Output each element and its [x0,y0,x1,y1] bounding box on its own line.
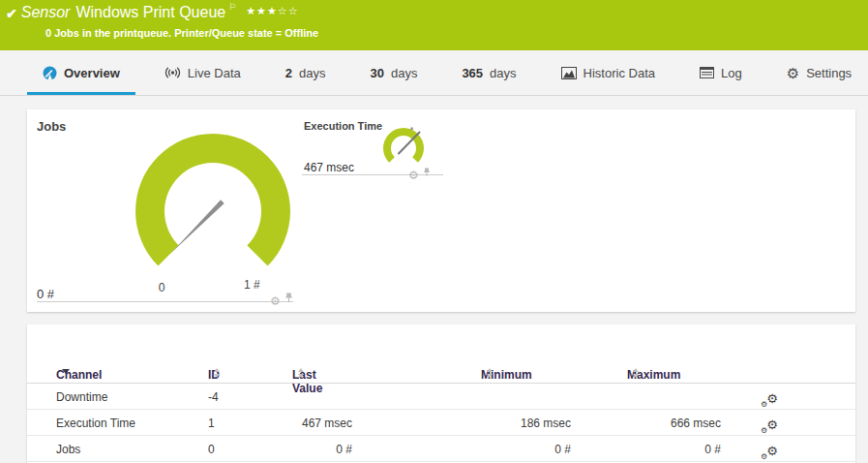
channel-last-value: 0 # [221,443,352,456]
tab-label: days [299,66,325,80]
gauge-settings-gear-icon[interactable]: ⚙ [408,170,419,181]
tab-label-strong: 2 [285,66,292,80]
tab-label: Overview [64,66,120,80]
divider [37,301,293,302]
channel-maximum: 0 # [598,443,721,456]
tab-label-strong: 30 [370,66,383,80]
pin-icon[interactable] [423,164,431,181]
check-icon: ✔ [4,4,21,21]
flag-icon[interactable]: ⚐ [228,2,236,12]
sort-icon [633,368,639,378]
table-row-execution-time[interactable]: Execution Time 1 467 msec 186 msec 666 m… [27,410,855,436]
pin-icon[interactable] [284,290,293,307]
tab-label: Live Data [188,66,241,80]
sort-icon [214,368,220,378]
channel-name: Downtime [56,390,107,404]
sensor-status-message: 0 Jobs in the printqueue. Printer/Queue … [45,27,318,39]
sensor-tab-bar: Overview Live Data 2 days 30 days 365 da… [0,50,868,96]
execution-time-gauge-title: Execution Time [304,120,382,132]
channel-name: Jobs [56,443,80,456]
channel-table-header-row: Channel ID Last Value Minimum Maximum [27,360,855,384]
jobs-gauge-max-label: 1 # [244,278,260,292]
table-row-downtime[interactable]: Downtime -4 ⚙⚙ [27,384,855,410]
tab-365-days[interactable]: 365 days [446,50,531,95]
tab-historic-data[interactable]: Historic Data [546,50,671,95]
table-row-jobs[interactable]: Jobs 0 0 # 0 # 0 # ⚙⚙ [27,436,855,462]
sensor-status-header: ✔ Sensor Windows Print Queue ⚐ ★★★☆☆ 0 J… [0,0,868,50]
tab-label: days [391,66,417,80]
tab-label-strong: 365 [462,66,483,80]
tab-live-data[interactable]: Live Data [149,50,256,95]
gauge-icon [43,66,57,80]
channel-table-panel: Channel ID Last Value Minimum Maximum Do… [27,324,855,463]
jobs-gauge-title: Jobs [37,119,66,134]
tab-label: Historic Data [584,66,655,80]
gauge-needle [170,200,224,253]
jobs-current-value: 0 # [37,287,54,301]
tab-label: Settings [806,66,852,80]
gauge-max-tick [411,128,413,131]
jobs-gauge-min-label: 0 [155,281,168,294]
live-data-icon [165,66,181,79]
channel-maximum: 666 msec [598,417,721,430]
channel-minimum: 0 # [443,443,571,456]
settings-gear-icon: ⚙ [787,66,799,80]
channel-id: -4 [208,390,219,404]
overview-gauges-panel: Jobs 0 1 # 0 # ⚙ Execution Time 467 msec… [27,109,855,312]
tab-settings[interactable]: ⚙ Settings [771,50,867,95]
channel-name: Execution Time [56,417,135,430]
sort-icon [298,368,304,378]
sensor-kind-label: Sensor [21,4,71,21]
channel-id: 0 [208,443,215,456]
execution-time-current-value: 467 msec [304,161,354,174]
channel-last-value: 467 msec [221,417,352,430]
area-chart-icon [561,67,577,79]
column-header-channel[interactable]: Channel [56,364,70,378]
tab-label: Log [721,66,742,80]
tab-2-days[interactable]: 2 days [270,50,342,95]
sensor-title: Windows Print Queue [75,4,225,21]
priority-star-rating[interactable]: ★★★☆☆ [246,5,298,17]
sort-icon [487,368,493,378]
tab-overview[interactable]: Overview [27,50,135,95]
tab-label: days [490,66,516,80]
log-list-icon [700,67,714,78]
gauge-settings-gear-icon[interactable]: ⚙ [270,295,281,307]
channel-id: 1 [208,417,215,430]
channel-minimum: 186 msec [443,417,571,430]
tab-log[interactable]: Log [684,50,758,95]
tab-30-days[interactable]: 30 days [354,50,433,95]
jobs-gauge [116,114,310,308]
